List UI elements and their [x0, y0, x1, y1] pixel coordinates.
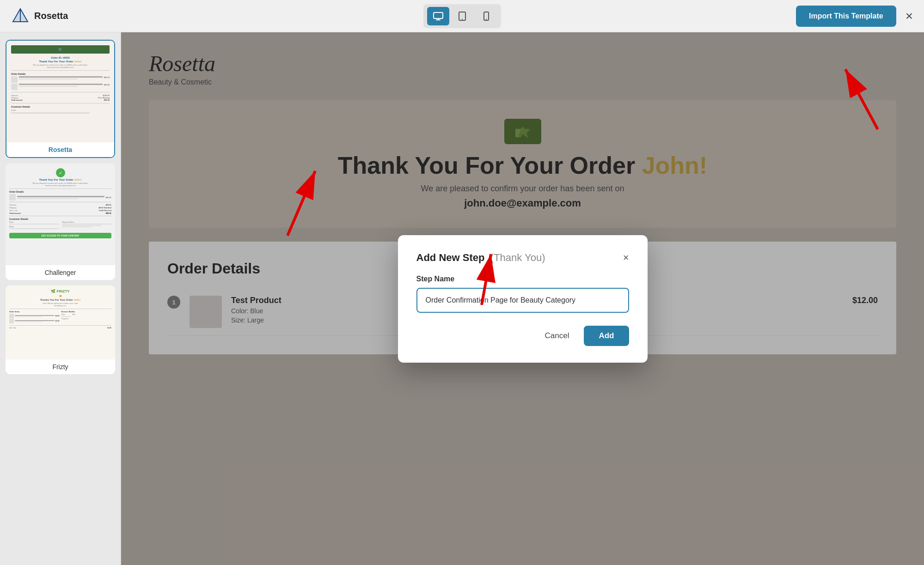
- logo-area: Rosetta: [11, 7, 68, 25]
- close-button[interactable]: ×: [906, 10, 913, 23]
- tablet-view-button[interactable]: [451, 7, 473, 25]
- cancel-button[interactable]: Cancel: [538, 327, 577, 345]
- modal-actions: Cancel Add: [416, 326, 629, 346]
- modal-dialog: Add New Step (Thank You) × Step Name Can…: [398, 235, 648, 363]
- svg-point-7: [486, 18, 487, 19]
- template-card-frizty[interactable]: 🌿 FRIZTY 😊 Thanks You For Your Order Joh…: [6, 286, 115, 374]
- add-button[interactable]: Add: [584, 326, 629, 346]
- main-layout: 🛒 Order ID: #9933 Thank You For Your Ord…: [0, 32, 924, 565]
- template-thumbnail-rosetta: 🛒 Order ID: #9933 Thank You For Your Ord…: [6, 41, 114, 142]
- template-card-challenger[interactable]: ✓ Thank You For Your Order John! We are …: [6, 164, 115, 280]
- modal-title-group: Add New Step (Thank You): [416, 252, 545, 264]
- desktop-view-button[interactable]: [427, 7, 449, 25]
- template-card-rosetta[interactable]: 🛒 Order ID: #9933 Thank You For Your Ord…: [6, 40, 115, 158]
- modal-title: Add New Step: [416, 252, 485, 263]
- template-name-frizty: Frizty: [6, 359, 115, 374]
- step-name-input[interactable]: [416, 288, 629, 313]
- template-thumbnail-challenger: ✓ Thank You For Your Order John! We are …: [6, 164, 115, 265]
- template-name-rosetta: Rosetta: [6, 142, 114, 157]
- header-right: Import This Template ×: [796, 6, 913, 27]
- template-thumbnail-frizty: 🌿 FRIZTY 😊 Thanks You For Your Order Joh…: [6, 286, 115, 359]
- step-name-label: Step Name: [416, 275, 629, 283]
- template-name-challenger: Challenger: [6, 265, 115, 280]
- header: Rosetta Import This Template ×: [0, 0, 924, 32]
- modal-subtitle: (Thank You): [490, 252, 545, 263]
- import-template-button[interactable]: Import This Template: [796, 6, 896, 27]
- logo-icon: [11, 7, 30, 25]
- modal-close-button[interactable]: ×: [623, 253, 629, 263]
- content-area: Rosetta Beauty & Cosmetic Thank You For …: [121, 32, 924, 565]
- svg-point-5: [462, 18, 463, 19]
- device-switcher: [423, 4, 501, 28]
- mobile-view-button[interactable]: [475, 7, 497, 25]
- modal-overlay: Add New Step (Thank You) × Step Name Can…: [121, 32, 924, 565]
- app-title: Rosetta: [34, 11, 68, 21]
- sidebar: 🛒 Order ID: #9933 Thank You For Your Ord…: [0, 32, 121, 565]
- modal-header: Add New Step (Thank You) ×: [416, 252, 629, 264]
- svg-rect-3: [434, 12, 443, 18]
- challenger-check-icon: ✓: [56, 168, 65, 177]
